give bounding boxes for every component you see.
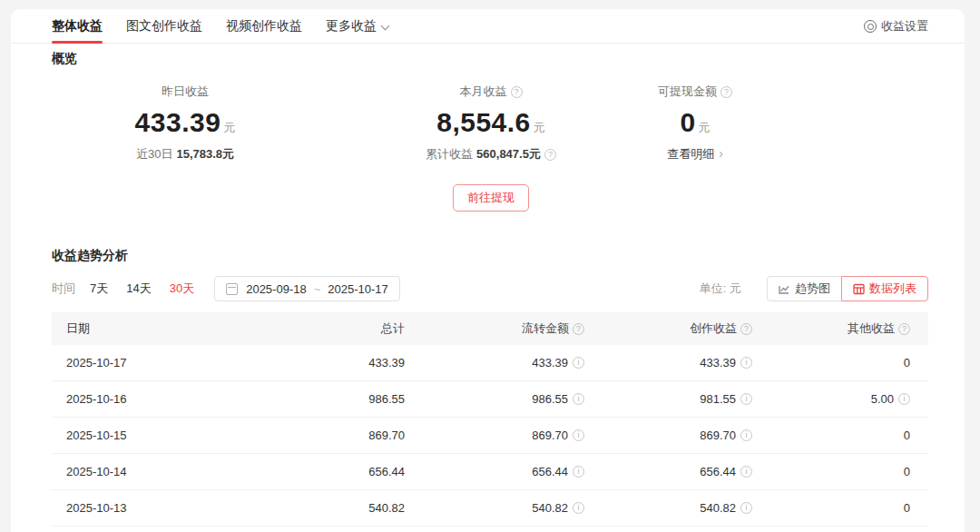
- cell-creation: 540.82: [599, 501, 767, 515]
- cell-circulation: 869.70: [419, 429, 599, 442]
- stat-sub-value: 560,847.5元: [476, 146, 541, 163]
- col-header-creation: 创作收益: [599, 320, 767, 337]
- trend-filters: 时间 7天 14天 30天 2025-09-18 ~ 2025-10-17 单位…: [11, 276, 965, 301]
- help-icon[interactable]: [898, 323, 910, 335]
- chevron-down-icon: [381, 22, 389, 30]
- info-icon[interactable]: [740, 502, 752, 514]
- tab-label: 视频创作收益: [226, 18, 302, 34]
- stat-label: 昨日收益: [162, 84, 209, 100]
- cell-other: 0: [767, 356, 928, 369]
- info-icon[interactable]: [573, 429, 584, 441]
- overview-title: 概览: [11, 44, 965, 67]
- info-icon[interactable]: [573, 393, 584, 405]
- date-start: 2025-09-18: [246, 282, 307, 296]
- data-list-button[interactable]: 数据列表: [841, 276, 928, 301]
- tab-label: 整体收益: [52, 18, 103, 34]
- cell-other: 0: [767, 501, 928, 515]
- range-30d[interactable]: 30天: [170, 281, 194, 297]
- info-icon[interactable]: [573, 357, 584, 369]
- trend-chart-button[interactable]: 趋势图: [767, 276, 842, 301]
- table-row: 2025-10-12 305.32 305.32 305.32 0: [52, 527, 928, 532]
- range-7d[interactable]: 7天: [90, 281, 108, 297]
- tab-bar: 整体收益 图文创作收益 视频创作收益 更多收益 收益设置: [11, 9, 965, 44]
- cell-creation: 433.39: [599, 356, 767, 369]
- cell-date: 2025-10-16: [52, 392, 324, 406]
- cell-circulation: 986.55: [419, 392, 599, 406]
- cell-circulation: 656.44: [419, 465, 599, 478]
- button-label: 趋势图: [795, 281, 830, 297]
- withdraw-row: 前往提现: [11, 184, 965, 212]
- stat-withdrawable-amount: 可提现金额 0元 查看明细: [622, 84, 768, 163]
- main-card: 整体收益 图文创作收益 视频创作收益 更多收益 收益设置 概览 昨日收益 433…: [11, 9, 965, 532]
- info-icon[interactable]: [740, 429, 752, 441]
- col-header-total: 总计: [324, 320, 419, 337]
- date-end: 2025-10-17: [328, 282, 388, 296]
- gear-icon: [864, 20, 877, 33]
- cell-total: 656.44: [324, 465, 419, 478]
- cell-circulation: 433.39: [419, 356, 599, 369]
- info-icon[interactable]: [740, 357, 752, 369]
- range-14d[interactable]: 14天: [126, 281, 151, 297]
- cell-creation: 656.44: [599, 465, 767, 478]
- cell-creation: 869.70: [599, 429, 767, 442]
- earnings-table: 日期 总计 流转金额 创作收益 其他收益 2025-10-17 433.39 4…: [52, 312, 928, 532]
- date-range-picker[interactable]: 2025-09-18 ~ 2025-10-17: [214, 276, 400, 301]
- stat-value: 0: [680, 107, 695, 137]
- stat-unit: 元: [223, 121, 235, 134]
- help-icon[interactable]: [720, 86, 732, 98]
- date-separator: ~: [314, 282, 321, 296]
- trend-section-title: 收益趋势分析: [11, 241, 965, 264]
- cell-creation: 981.55: [599, 392, 767, 406]
- help-icon[interactable]: [573, 323, 584, 335]
- cell-date: 2025-10-17: [52, 356, 324, 369]
- col-header-circulation: 流转金额: [419, 320, 599, 337]
- earnings-settings-button[interactable]: 收益设置: [864, 9, 928, 43]
- cell-other: 5.00: [767, 392, 928, 406]
- info-icon[interactable]: [898, 393, 910, 405]
- cell-total: 540.82: [324, 501, 419, 515]
- time-filter-label: 时间: [52, 281, 75, 297]
- col-header-other: 其他收益: [767, 320, 928, 337]
- cell-date: 2025-10-15: [52, 429, 324, 442]
- withdraw-button[interactable]: 前往提现: [453, 184, 529, 212]
- view-details-link[interactable]: 查看明细: [667, 146, 723, 163]
- cell-total: 869.70: [324, 429, 419, 442]
- stat-yesterday-earnings: 昨日收益 433.39元 近30日15,783.8元: [11, 84, 359, 163]
- button-label: 数据列表: [869, 281, 916, 297]
- help-icon[interactable]: [544, 149, 556, 161]
- table-row: 2025-10-13 540.82 540.82 540.82 0: [52, 490, 928, 527]
- table-row: 2025-10-14 656.44 656.44 656.44 0: [52, 454, 928, 490]
- stat-label: 可提现金额: [658, 84, 717, 100]
- tab-overall-earnings[interactable]: 整体收益: [52, 9, 103, 43]
- cell-other: 0: [767, 465, 928, 478]
- stat-label: 本月收益: [460, 84, 507, 100]
- cell-other: 0: [767, 429, 928, 442]
- stat-value: 8,554.6: [436, 107, 531, 137]
- info-icon[interactable]: [573, 466, 584, 478]
- stat-sub-label: 累计收益: [426, 146, 473, 163]
- help-icon[interactable]: [740, 323, 752, 335]
- info-icon[interactable]: [573, 502, 584, 514]
- info-icon[interactable]: [740, 393, 752, 405]
- tab-more-earnings[interactable]: 更多收益: [326, 9, 389, 43]
- line-chart-icon: [779, 283, 790, 295]
- settings-label: 收益设置: [881, 18, 928, 34]
- stat-unit: 元: [534, 121, 545, 134]
- stat-sub-label: 近30日: [136, 146, 172, 163]
- table-row: 2025-10-16 986.55 986.55 981.55 5.00: [52, 381, 928, 418]
- stat-value: 433.39: [135, 107, 221, 137]
- stat-unit: 元: [699, 121, 710, 134]
- table-icon: [853, 283, 865, 295]
- tab-video-earnings[interactable]: 视频创作收益: [226, 9, 302, 43]
- table-row: 2025-10-17 433.39 433.39 433.39 0: [52, 345, 928, 381]
- tab-article-earnings[interactable]: 图文创作收益: [126, 9, 202, 43]
- info-icon[interactable]: [740, 466, 752, 478]
- help-icon[interactable]: [511, 86, 523, 98]
- cell-date: 2025-10-14: [52, 465, 324, 478]
- stat-month-earnings: 本月收益 8,554.6元 累计收益560,847.5元: [359, 84, 622, 163]
- stat-sub-value: 15,783.8元: [176, 146, 234, 163]
- col-header-date: 日期: [52, 320, 324, 337]
- table-header-row: 日期 总计 流转金额 创作收益 其他收益: [52, 312, 928, 345]
- cell-circulation: 540.82: [419, 501, 599, 515]
- cell-total: 986.55: [324, 392, 419, 406]
